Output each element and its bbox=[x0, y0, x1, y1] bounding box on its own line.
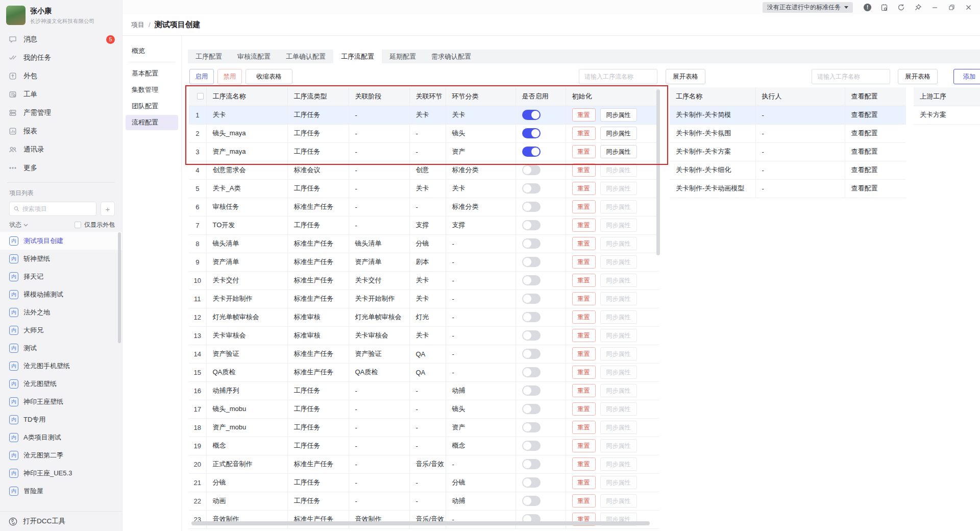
flow-row-11[interactable]: 11关卡开始制作标准生产任务关卡开始制作关卡-重置同步属性 bbox=[189, 289, 659, 308]
enable-toggle[interactable] bbox=[522, 165, 541, 175]
sync-attrs-button[interactable]: 同步属性 bbox=[600, 402, 637, 416]
project-search-input[interactable] bbox=[22, 205, 92, 212]
task-box-button[interactable] bbox=[876, 1, 893, 14]
project-item[interactable]: 内神印王座_UE5.3 bbox=[0, 464, 122, 482]
flow-row-1[interactable]: 1关卡工序任务-关卡关卡重置同步属性 bbox=[189, 106, 659, 124]
project-search[interactable] bbox=[9, 202, 96, 216]
flow-row-21[interactable]: 21分镜工序任务--分镜重置同步属性 bbox=[189, 473, 659, 492]
sync-attrs-button[interactable]: 同步属性 bbox=[600, 310, 637, 324]
view-config-link[interactable]: 查看配置 bbox=[845, 124, 906, 142]
subnav-item-5[interactable]: 流程配置 bbox=[126, 115, 178, 130]
project-item[interactable]: 内沧元图手机壁纸 bbox=[0, 357, 122, 375]
flow-row-18[interactable]: 18资产_mobu工序任务--资产重置同步属性 bbox=[189, 418, 659, 437]
flow-name-search-input[interactable] bbox=[579, 69, 657, 84]
enable-toggle[interactable] bbox=[522, 128, 541, 138]
reset-button[interactable]: 重置 bbox=[572, 255, 596, 269]
project-item[interactable]: 内TD专用 bbox=[0, 411, 122, 428]
proc-row[interactable]: 关卡制作-关卡动画模型-查看配置 bbox=[670, 179, 906, 198]
reset-button[interactable]: 重置 bbox=[572, 457, 596, 471]
project-item[interactable]: 内斩神壁纸 bbox=[0, 250, 122, 268]
enable-toggle[interactable] bbox=[522, 220, 541, 230]
subnav-item-3[interactable]: 集数管理 bbox=[126, 82, 178, 98]
sync-attrs-button[interactable]: 同步属性 bbox=[600, 255, 637, 269]
enable-toggle[interactable] bbox=[522, 275, 541, 285]
enable-toggle[interactable] bbox=[522, 294, 541, 304]
sync-attrs-button[interactable]: 同步属性 bbox=[600, 457, 637, 471]
flow-row-14[interactable]: 14资产验证标准生产任务资产验证QA-重置同步属性 bbox=[189, 345, 659, 363]
add-project-button[interactable]: + bbox=[101, 202, 115, 216]
flow-row-22[interactable]: 22动画工序任务--动捕重置同步属性 bbox=[189, 492, 659, 510]
flow-row-7[interactable]: 7TO开发工序任务-支撑支撑重置同步属性 bbox=[189, 216, 659, 234]
reset-button[interactable]: 重置 bbox=[572, 310, 596, 324]
reset-button[interactable]: 重置 bbox=[572, 182, 596, 195]
sync-attrs-button[interactable]: 同步属性 bbox=[600, 494, 637, 508]
open-dcc-button[interactable]: 打开DCC工具 bbox=[0, 511, 122, 531]
sidebar-item-4[interactable]: 工单 bbox=[0, 85, 122, 104]
enable-toggle[interactable] bbox=[522, 385, 541, 396]
flow-row-19[interactable]: 19概念工序任务--概念重置同步属性 bbox=[189, 437, 659, 455]
status-filter-dropdown[interactable]: 状态 bbox=[9, 221, 28, 229]
sync-attrs-button[interactable]: 同步属性 bbox=[600, 127, 637, 140]
flow-row-17[interactable]: 17镜头_mobu工序任务--镜头重置同步属性 bbox=[189, 400, 659, 418]
tab-2[interactable]: 审核流配置 bbox=[230, 50, 278, 63]
sidebar-item-7[interactable]: 通讯录 bbox=[0, 140, 122, 159]
project-item[interactable]: 内冒险屋 bbox=[0, 482, 122, 500]
subnav-item-1[interactable]: 概览 bbox=[126, 43, 178, 59]
proc-row[interactable]: 关卡制作-关卡氛围-查看配置 bbox=[670, 124, 906, 142]
enable-toggle[interactable] bbox=[522, 459, 541, 469]
notice-button[interactable]: ! bbox=[859, 1, 876, 14]
enable-toggle[interactable] bbox=[522, 238, 541, 249]
enable-toggle[interactable] bbox=[522, 422, 541, 432]
project-item[interactable]: 内裸模动捕测试 bbox=[0, 285, 122, 303]
sync-attrs-button[interactable]: 同步属性 bbox=[600, 237, 637, 250]
sync-attrs-button[interactable]: 同步属性 bbox=[600, 439, 637, 452]
enable-toggle[interactable] bbox=[522, 110, 541, 120]
upstream-row[interactable]: 关卡方案 bbox=[914, 106, 980, 124]
sidebar-item-8[interactable]: 更多 bbox=[0, 159, 122, 177]
maximize-button[interactable] bbox=[943, 1, 960, 14]
minimize-button[interactable] bbox=[926, 1, 943, 14]
project-item[interactable]: 内测试项目创建 bbox=[0, 232, 122, 250]
disable-button[interactable]: 禁用 bbox=[217, 69, 242, 84]
project-item[interactable]: 内沧元图壁纸 bbox=[0, 375, 122, 393]
enable-toggle[interactable] bbox=[522, 441, 541, 451]
flow-row-10[interactable]: 10关卡交付标准生产任务关卡交付关卡-重置同步属性 bbox=[189, 271, 659, 289]
only-outsource-filter[interactable]: 仅显示外包 bbox=[75, 221, 115, 229]
enable-toggle[interactable] bbox=[522, 404, 541, 414]
reset-button[interactable]: 重置 bbox=[572, 292, 596, 305]
sidebar-item-5[interactable]: 产需管理 bbox=[0, 104, 122, 122]
close-button[interactable] bbox=[960, 1, 977, 14]
view-config-link[interactable]: 查看配置 bbox=[845, 142, 906, 161]
view-config-link[interactable]: 查看配置 bbox=[845, 161, 906, 179]
subnav-item-4[interactable]: 团队配置 bbox=[126, 99, 178, 114]
flow-row-16[interactable]: 16动捕序列工序任务--动捕重置同步属性 bbox=[189, 381, 659, 400]
reset-button[interactable]: 重置 bbox=[572, 439, 596, 452]
enable-toggle[interactable] bbox=[522, 183, 541, 194]
sync-attrs-button[interactable]: 同步属性 bbox=[600, 347, 637, 360]
reset-button[interactable]: 重置 bbox=[572, 329, 596, 342]
pin-button[interactable] bbox=[910, 1, 926, 14]
view-config-link[interactable]: 查看配置 bbox=[845, 106, 906, 124]
reset-button[interactable]: 重置 bbox=[572, 145, 596, 158]
flow-table-horizontal-scrollbar[interactable] bbox=[191, 521, 650, 525]
tab-1[interactable]: 工序配置 bbox=[188, 50, 230, 63]
sync-attrs-button[interactable]: 同步属性 bbox=[600, 476, 637, 489]
project-item[interactable]: 内沧元图第二季 bbox=[0, 446, 122, 464]
project-item[interactable]: 内大师兄 bbox=[0, 321, 122, 339]
tab-3[interactable]: 工单确认配置 bbox=[278, 50, 333, 63]
sync-attrs-button[interactable]: 同步属性 bbox=[600, 292, 637, 305]
sync-attrs-button[interactable]: 同步属性 bbox=[600, 219, 637, 232]
reset-button[interactable]: 重置 bbox=[572, 384, 596, 397]
expand-flow-table-button[interactable]: 展开表格 bbox=[666, 69, 705, 84]
reset-button[interactable]: 重置 bbox=[572, 476, 596, 489]
expand-proc-table-button[interactable]: 展开表格 bbox=[898, 69, 938, 84]
reset-button[interactable]: 重置 bbox=[572, 421, 596, 434]
enable-toggle[interactable] bbox=[522, 330, 541, 341]
refresh-button[interactable] bbox=[893, 1, 910, 14]
proc-row[interactable]: 关卡制作-关卡细化-查看配置 bbox=[670, 161, 906, 179]
project-item[interactable]: 内测试 bbox=[0, 339, 122, 357]
enable-toggle[interactable] bbox=[522, 257, 541, 267]
reset-button[interactable]: 重置 bbox=[572, 366, 596, 379]
sync-attrs-button[interactable]: 同步属性 bbox=[600, 182, 637, 195]
enable-button[interactable]: 启用 bbox=[189, 69, 214, 84]
